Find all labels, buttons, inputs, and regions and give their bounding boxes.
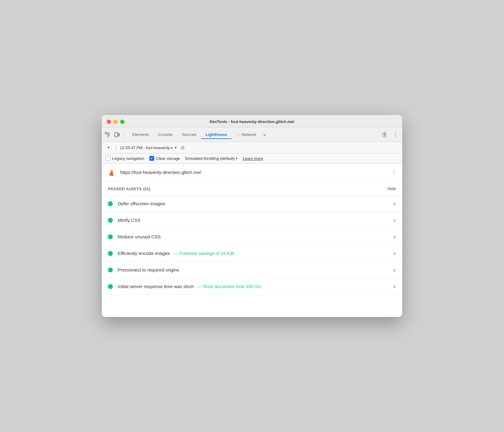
audit-pass-dot: [108, 218, 113, 223]
lighthouse-flame-icon: [107, 167, 116, 177]
audit-pass-dot: [108, 234, 113, 239]
audit-item-minify-css[interactable]: Minify CSS ∨: [102, 212, 402, 229]
toolbar-row: + 12:35:47 PM - foul-heavenly-c ▾ ⊘: [102, 142, 402, 153]
hide-button[interactable]: Hide: [387, 186, 396, 191]
window-title: DevTools - foul-heavenly-direction.glitc…: [210, 119, 294, 124]
chevron-down-icon: ∨: [393, 201, 396, 206]
main-content: https://foul-heavenly-direction.glitch.m…: [102, 164, 402, 317]
session-chevron-icon: ▾: [175, 145, 177, 150]
session-selector[interactable]: 12:35:47 PM - foul-heavenly-c ▾: [120, 145, 177, 150]
chevron-down-icon: ∨: [393, 218, 396, 223]
devtools-icons: [104, 131, 124, 138]
audit-item-defer-offscreen-images[interactable]: Defer offscreen images ∨: [102, 195, 402, 212]
chevron-down-icon: ∨: [393, 234, 396, 239]
legacy-nav-checkbox-box[interactable]: [105, 156, 110, 161]
traffic-lights: [107, 120, 124, 124]
audit-item-initial-server-response[interactable]: Initial server response time was short —…: [102, 278, 402, 295]
toolbar-divider: [116, 145, 116, 151]
audit-savings: — Root document took 350 ms: [197, 284, 261, 289]
settings-button[interactable]: [380, 130, 389, 139]
passed-audits-count-val: (21): [143, 187, 150, 191]
audit-item-efficiently-encode-images[interactable]: Efficiently encode images — Potential sa…: [102, 245, 402, 262]
chevron-down-icon: ∨: [393, 284, 396, 289]
tab-bar: Elements Console Sources Lighthouse ⚠ Ne…: [102, 127, 402, 142]
chevron-down-icon: ∨: [393, 251, 396, 256]
throttling-chevron-icon: ▾: [236, 156, 238, 160]
title-bar: DevTools - foul-heavenly-direction.glitc…: [102, 115, 402, 127]
audit-title: Defer offscreen images: [118, 201, 388, 206]
audit-pass-dot: [108, 268, 113, 272]
url-menu-button[interactable]: ⋮: [391, 168, 397, 176]
warning-icon: ⚠: [236, 132, 240, 137]
throttling-select[interactable]: Simulated throttling (default) ▾: [185, 156, 238, 161]
learn-more-link[interactable]: Learn more: [242, 156, 263, 161]
clear-storage-checkbox-box[interactable]: [149, 156, 154, 161]
url-bar: https://foul-heavenly-direction.glitch.m…: [102, 164, 402, 181]
svg-point-3: [110, 173, 113, 175]
devtools-window: DevTools - foul-heavenly-direction.glitc…: [102, 115, 402, 317]
tab-lighthouse[interactable]: Lighthouse: [201, 130, 231, 139]
audit-pass-dot: [108, 284, 113, 289]
clear-storage-checkbox[interactable]: Clear storage: [149, 156, 180, 161]
audit-title: Preconnect to required origins: [118, 267, 388, 272]
tabs: Elements Console Sources Lighthouse ⚠ Ne…: [128, 130, 380, 139]
passed-audits-header: PASSED AUDITS (21) Hide: [102, 181, 402, 195]
minimize-button[interactable]: [113, 120, 118, 124]
close-button[interactable]: [107, 120, 111, 124]
tab-console[interactable]: Console: [154, 130, 177, 139]
audit-item-preconnect-required-origins[interactable]: Preconnect to required origins ∨: [102, 262, 402, 278]
svg-rect-0: [105, 132, 107, 134]
tab-sources[interactable]: Sources: [178, 130, 201, 139]
passed-audits-title: PASSED AUDITS: [108, 187, 142, 191]
inspect-icon[interactable]: [104, 131, 111, 138]
chevron-down-icon: ∨: [393, 268, 396, 272]
clear-button[interactable]: ⊘: [179, 144, 186, 151]
audit-pass-dot: [108, 201, 113, 206]
audit-savings: — Potential savings of 24 KiB: [174, 251, 234, 256]
audit-title: Efficiently encode images — Potential sa…: [118, 251, 388, 256]
audit-url: https://foul-heavenly-direction.glitch.m…: [120, 170, 387, 175]
audit-title: Minify CSS: [118, 218, 388, 223]
tab-bar-actions: ⋮: [380, 130, 400, 139]
svg-rect-2: [118, 133, 119, 136]
tab-elements[interactable]: Elements: [128, 130, 153, 139]
audit-title: Reduce unused CSS: [118, 234, 388, 239]
tab-more-button[interactable]: »: [261, 131, 268, 138]
more-options-button[interactable]: ⋮: [391, 130, 400, 139]
audit-title: Initial server response time was short —…: [118, 284, 388, 289]
svg-rect-1: [115, 133, 118, 137]
device-icon[interactable]: [113, 131, 120, 138]
options-bar: Legacy navigation Clear storage Simulate…: [102, 153, 402, 164]
audit-pass-dot: [108, 251, 113, 256]
tab-network[interactable]: ⚠ Network: [232, 130, 261, 139]
add-button[interactable]: +: [105, 144, 112, 151]
audit-item-reduce-unused-css[interactable]: Reduce unused CSS ∨: [102, 229, 402, 245]
audit-list: Defer offscreen images ∨ Minify CSS ∨ Re…: [102, 195, 402, 295]
maximize-button[interactable]: [120, 120, 124, 124]
legacy-nav-checkbox[interactable]: Legacy navigation: [105, 156, 144, 161]
